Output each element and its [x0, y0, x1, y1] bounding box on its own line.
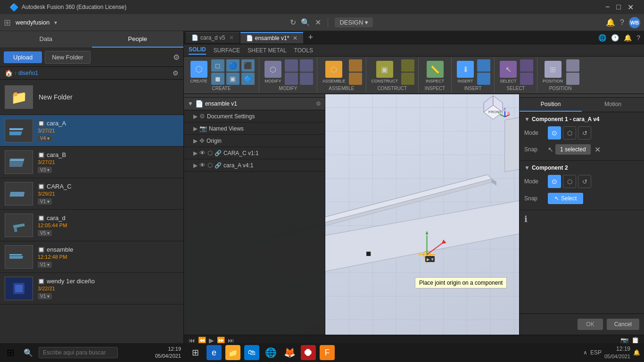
modify-main-btn[interactable]: ⬡ MODIFY — [263, 59, 283, 85]
browser-root-settings[interactable]: ⚙ — [316, 100, 321, 107]
visibility-icon[interactable]: 👁 — [199, 162, 206, 169]
assemble-btn-1[interactable] — [349, 59, 362, 72]
list-item[interactable]: 🔲 ensamble 12:12:48 PM V1 ▾ — [0, 241, 183, 273]
refresh-icon[interactable]: ↻ — [290, 18, 296, 27]
help-icon[interactable]: ? — [620, 18, 624, 27]
mode-button-1[interactable]: ⊙ — [548, 126, 561, 140]
ribbon-tab-tools[interactable]: TOOLS — [294, 47, 313, 54]
browser-item[interactable]: ▶ ⚙ Document Settings — [184, 110, 325, 123]
list-item[interactable]: 🔲 cara_B 3/27/21 V3 ▾ — [0, 147, 183, 178]
notification-icon[interactable]: 🔔 — [633, 349, 640, 356]
insert-btn-2[interactable] — [477, 73, 490, 85]
browser-item[interactable]: ▶ 📷 Named Views — [184, 123, 325, 135]
viewport[interactable]: ▶ ▼ Place joint origin on a component FR… — [184, 84, 644, 335]
taskbar-apps-icon[interactable]: ⊞ — [188, 345, 203, 360]
taskbar-app1-icon[interactable]: ⯃ — [301, 345, 316, 360]
maximize-button[interactable]: □ — [616, 3, 621, 12]
create-extrude-button[interactable]: ⬡ CREATE — [189, 59, 209, 85]
list-item[interactable]: 🔲 wendy 1er diceño 3/22/21 V1 ▾ — [0, 273, 183, 304]
list-item[interactable]: 🔲 cara_d 12:05:44 PM V5 ▾ — [0, 210, 183, 241]
modify-btn-2[interactable] — [285, 73, 298, 85]
upload-button[interactable]: Upload — [4, 51, 42, 63]
list-item[interactable]: 🔲 cara_A 3/27/21 V4 ▾ — [0, 115, 183, 147]
taskbar-search-button[interactable]: 🔍 — [21, 345, 36, 360]
breadcrumb-folder[interactable]: diseño1 — [18, 70, 38, 76]
create-btn-3[interactable]: 🔵 — [226, 59, 239, 72]
view-cube[interactable]: FRONT X Y Z — [474, 89, 512, 126]
position-btn-1[interactable] — [566, 59, 579, 72]
select-btn-2[interactable] — [520, 73, 533, 85]
create-btn-5[interactable]: ⬛ — [241, 59, 255, 72]
tab-ensamble[interactable]: 📄 ensamble v1* ✕ — [240, 32, 304, 43]
browser-root-collapse[interactable]: ▼ — [188, 100, 193, 107]
create-btn-2[interactable]: ◼ — [211, 73, 224, 85]
select-button[interactable]: ↖ Select — [548, 193, 583, 204]
mode-button-2-2[interactable]: ⬡ — [563, 175, 576, 188]
account-name[interactable]: wendyfusion — [16, 19, 50, 26]
browser-item[interactable]: ▶ ✥ Origin — [184, 135, 325, 147]
insert-btn-1[interactable] — [477, 59, 490, 72]
tab-ensamble-close[interactable]: ✕ — [293, 35, 297, 41]
joint-tab-motion[interactable]: Motion — [582, 98, 644, 112]
add-tab-button[interactable]: + — [304, 33, 317, 42]
ribbon-tab-solid[interactable]: SOLID — [189, 46, 206, 55]
tab-data[interactable]: Data — [0, 31, 92, 48]
account-dropdown-icon[interactable]: ▾ — [54, 19, 57, 26]
construct-main-btn[interactable]: ▣ CONSTRUCT — [370, 59, 400, 85]
component1-title[interactable]: ▼ Component 1 - cara_A v4 — [524, 116, 639, 123]
notifications-icon[interactable]: 🔔 — [606, 18, 615, 27]
taskbar-explorer-icon[interactable]: 📁 — [225, 345, 240, 360]
tab-cara-d[interactable]: 📄 cara_d v5 ✕ — [186, 32, 239, 43]
breadcrumb-settings[interactable]: ⚙ — [173, 69, 179, 77]
select-btn-1[interactable] — [520, 59, 533, 72]
modify-btn-4[interactable] — [300, 73, 313, 85]
visibility-icon[interactable]: 👁 — [199, 149, 206, 156]
create-btn-6[interactable]: 🔷 — [241, 73, 255, 85]
toolbar-icon-4[interactable]: ? — [635, 34, 642, 41]
tray-expand[interactable]: ∧ — [583, 349, 587, 356]
inspect-main-btn[interactable]: 📏 INSPECT — [424, 59, 446, 85]
assemble-btn-2[interactable] — [349, 73, 362, 85]
new-folder-button[interactable]: New Folder — [45, 51, 90, 64]
close-panel-icon[interactable]: ✕ — [315, 18, 321, 27]
list-item[interactable]: 🔲 CARA_C 3/29/21 V1 ▾ — [0, 178, 183, 210]
ok-button[interactable]: OK — [578, 319, 603, 330]
apps-icon[interactable]: ⊞ — [4, 17, 11, 28]
modify-btn-3[interactable] — [300, 59, 313, 72]
construct-btn-1[interactable] — [401, 59, 414, 72]
breadcrumb-home[interactable]: 🏠 — [5, 69, 13, 77]
create-btn-1[interactable]: ◻ — [211, 59, 224, 72]
new-folder-item[interactable]: 📁 New Folder — [0, 80, 183, 115]
browser-root[interactable]: ▼ 📄 ensamble v1 ⚙ — [184, 98, 325, 110]
taskbar-chrome-icon[interactable]: 🌐 — [263, 345, 278, 360]
browser-item[interactable]: ▶ 👁 ⬡ 🔗 CARA_C v1:1 — [184, 147, 325, 159]
component2-title[interactable]: ▼ Component 2 — [524, 165, 639, 171]
assemble-main-btn[interactable]: ⬡ ASSEMBLE — [321, 59, 347, 85]
search-icon[interactable]: 🔍 — [301, 18, 310, 27]
toolbar-icon-2[interactable]: 🕐 — [609, 34, 621, 41]
browser-item[interactable]: ▶ 👁 ⬡ 🔗 cara_A v4:1 — [184, 159, 325, 172]
ribbon-tab-sheetmetal[interactable]: SHEET METAL — [248, 47, 286, 54]
mode-button-3[interactable]: ↺ — [578, 126, 591, 140]
position-btn-2[interactable] — [566, 73, 579, 85]
mode-button-2-3[interactable]: ↺ — [578, 175, 591, 188]
joint-tab-position[interactable]: Position — [520, 98, 582, 112]
construct-btn-2[interactable] — [401, 73, 414, 85]
info-icon[interactable]: ℹ — [524, 214, 528, 224]
position-main-btn[interactable]: ⊞ POSITION — [541, 59, 564, 85]
modify-btn-1[interactable] — [285, 59, 298, 72]
insert-main-btn[interactable]: ⬇ INSERT — [455, 59, 475, 85]
account-avatar[interactable]: WB — [629, 17, 640, 28]
taskbar-edge-icon[interactable]: e — [206, 345, 222, 360]
settings-icon[interactable]: ⚙ — [173, 53, 180, 62]
toolbar-icon-1[interactable]: 🌐 — [596, 34, 608, 41]
cancel-button[interactable]: Cancel — [607, 319, 639, 330]
start-button[interactable]: ⊞ — [3, 345, 18, 360]
select-main-btn[interactable]: ↖ SELECT — [498, 59, 518, 85]
close-button[interactable]: ✕ — [627, 3, 634, 12]
taskbar-firefox-icon[interactable]: 🦊 — [282, 345, 297, 360]
tab-people[interactable]: People — [92, 31, 184, 48]
snap-clear-button[interactable]: ✕ — [594, 145, 601, 154]
taskbar-store-icon[interactable]: 🛍 — [244, 345, 259, 360]
mode-button-2-1[interactable]: ⊙ — [548, 175, 561, 188]
